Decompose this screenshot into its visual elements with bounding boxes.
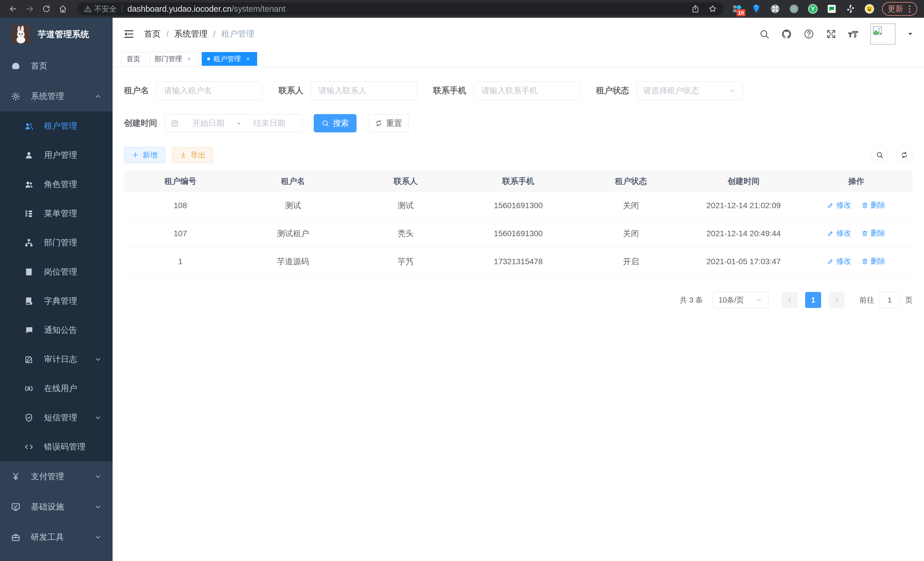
sidebar-item-online-users[interactable]: 在线用户 [0,374,112,403]
current-page-button[interactable]: 1 [805,292,821,308]
breadcrumb-home[interactable]: 首页 [144,28,160,40]
next-page-button[interactable] [829,292,844,308]
browser-forward-button[interactable] [23,3,36,15]
dictionary-icon [24,296,34,306]
sidebar-item-tenant[interactable]: 租户管理 [0,111,112,141]
extension-record-icon[interactable] [788,3,800,15]
col-status: 租户状态 [574,171,687,192]
sidebar-item-dept[interactable]: 部门管理 [0,228,112,257]
delete-link[interactable]: 删除 [861,228,885,238]
sidebar-collapse-icon[interactable] [123,28,135,40]
breadcrumb-system[interactable]: 系统管理 [174,28,207,40]
trash-icon [861,258,868,265]
sidebar-item-error-code[interactable]: 错误码管理 [0,432,112,462]
profile-avatar-icon[interactable] [864,3,875,15]
cell-tenant-name: 测试租户 [237,220,349,248]
edit-link[interactable]: 修改 [827,200,851,210]
edit-link[interactable]: 修改 [827,256,851,266]
cell-status: 关闭 [574,220,687,248]
sidebar-item-label: 错误码管理 [44,441,102,453]
bookmark-star-icon[interactable] [708,5,717,13]
edit-link[interactable]: 修改 [827,228,851,238]
security-label: 不安全 [94,4,117,14]
search-button[interactable]: 搜索 [314,114,357,132]
sidebar-item-menu[interactable]: 菜单管理 [0,199,112,228]
prev-page-button[interactable] [782,292,798,308]
extension-command-icon[interactable] [770,3,781,15]
create-time-range-picker[interactable]: - [165,114,302,132]
browser-menu-icon[interactable] [908,4,911,14]
extensions-puzzle-icon[interactable] [845,3,856,15]
caret-down-icon[interactable] [907,31,914,38]
address-divider [122,5,122,13]
tenant-name-label: 租户名 [124,85,149,96]
cell-tenant-id: 1 [124,248,237,276]
close-icon[interactable] [185,55,193,63]
sidebar-item-devtools[interactable]: 研发工具 [0,522,112,552]
fullscreen-icon[interactable] [826,29,837,39]
app-logo[interactable]: 芋道管理系统 [0,18,112,51]
security-status[interactable]: 不安全 [84,4,117,14]
extension-yuque-icon[interactable] [807,3,819,15]
reset-button[interactable]: 重置 [368,114,409,132]
add-button[interactable]: 新增 [124,147,165,163]
sidebar-item-audit-log[interactable]: 审计日志 [0,345,112,374]
sidebar-item-notice[interactable]: 通知公告 [0,316,112,345]
extension-badge: 10 [736,9,746,16]
delete-link[interactable]: 删除 [861,256,885,266]
tenant-name-input[interactable] [156,81,262,100]
browser-update-button[interactable]: 更新 [882,2,917,16]
table-row: 107 测试租户 秃头 15601691300 关闭 2021-12-14 20… [124,220,913,248]
browser-address-bar[interactable]: 不安全 dashboard.yudao.iocoder.cn/system/te… [77,2,724,15]
sidebar-item-label: 部门管理 [44,237,102,248]
sidebar-item-label: 岗位管理 [44,266,102,278]
sidebar-item-label: 字典管理 [44,295,102,307]
extension-tampermonkey-icon[interactable]: 10 [732,3,743,15]
sidebar-item-user[interactable]: 用户管理 [0,141,112,170]
sidebar-item-infra[interactable]: 基础设施 [0,492,112,522]
start-date-input[interactable] [182,119,235,128]
sidebar-item-home[interactable]: 首页 [0,51,112,81]
github-icon[interactable] [781,29,792,39]
end-date-input[interactable] [243,119,296,128]
browser-reload-button[interactable] [40,3,52,15]
refresh-icon [900,151,908,159]
export-button[interactable]: 导出 [172,147,213,163]
warning-triangle-icon [84,5,92,13]
online-users-icon [24,384,34,393]
sidebar-item-role[interactable]: 角色管理 [0,170,112,199]
download-icon [180,151,187,159]
help-icon[interactable] [803,29,814,39]
extension-balloon-icon[interactable] [751,3,762,15]
page-size-select[interactable]: 10条/页 [712,292,769,308]
cell-status: 关闭 [574,192,687,220]
contact-input[interactable] [311,81,417,100]
font-size-icon[interactable]: TT [848,29,859,39]
tab-dept[interactable]: 部门管理 [149,52,198,66]
sidebar-item-system[interactable]: 系统管理 [0,81,112,111]
tab-tenant[interactable]: 租户管理 [202,52,257,66]
close-icon[interactable] [244,55,252,63]
status-select[interactable]: 请选择租户状态 [637,81,743,100]
sidebar-item-sms[interactable]: 短信管理 [0,403,112,432]
refresh-table-button[interactable] [896,147,913,163]
extension-chat-icon[interactable] [826,3,837,15]
hide-search-button[interactable] [872,147,888,163]
browser-home-button[interactable] [57,3,69,15]
tab-home[interactable]: 首页 [121,52,146,66]
goto-page-input[interactable] [879,292,900,308]
mobile-input[interactable] [474,81,580,100]
tab-label: 租户管理 [213,54,241,63]
delete-link[interactable]: 删除 [861,200,885,210]
browser-back-button[interactable] [7,3,20,15]
screen: 不安全 dashboard.yudao.iocoder.cn/system/te… [0,0,924,561]
share-icon[interactable] [691,5,700,13]
cell-created: 2021-12-14 21:02:09 [687,192,800,220]
cell-created: 2021-12-14 20:49:44 [687,220,800,248]
sidebar-item-post[interactable]: 岗位管理 [0,257,112,287]
search-icon[interactable] [759,29,770,39]
main-area: 首页 / 系统管理 / 租户管理 TT [112,18,924,561]
user-avatar[interactable] [870,23,896,45]
sidebar-item-payment[interactable]: 支付管理 [0,462,112,492]
sidebar-item-dict[interactable]: 字典管理 [0,287,112,316]
